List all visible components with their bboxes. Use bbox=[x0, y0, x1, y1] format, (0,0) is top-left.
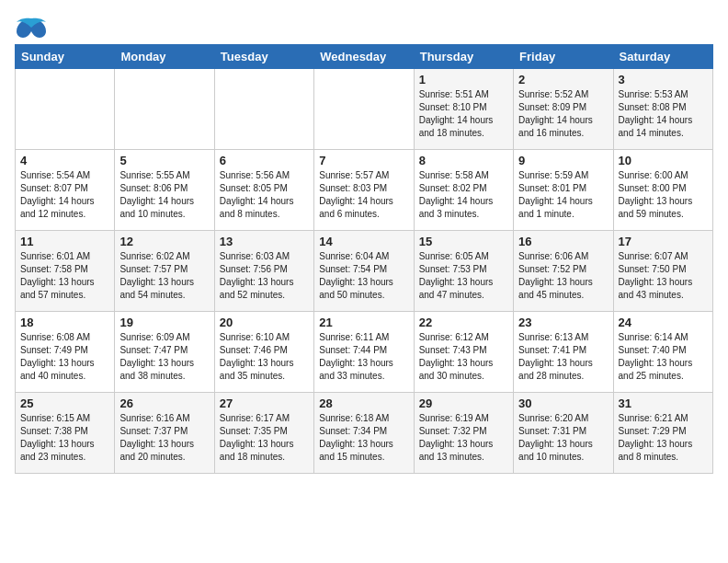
day-cell bbox=[16, 69, 115, 150]
day-number: 20 bbox=[220, 316, 309, 329]
day-number: 8 bbox=[419, 154, 508, 167]
day-cell: 24Sunrise: 6:14 AM Sunset: 7:40 PM Dayli… bbox=[613, 312, 712, 393]
day-number: 11 bbox=[20, 235, 109, 248]
day-info: Sunrise: 5:59 AM Sunset: 8:01 PM Dayligh… bbox=[518, 169, 608, 221]
day-cell: 18Sunrise: 6:08 AM Sunset: 7:49 PM Dayli… bbox=[16, 312, 115, 393]
day-cell: 14Sunrise: 6:04 AM Sunset: 7:54 PM Dayli… bbox=[314, 231, 414, 312]
day-info: Sunrise: 6:20 AM Sunset: 7:31 PM Dayligh… bbox=[518, 412, 608, 464]
day-info: Sunrise: 5:57 AM Sunset: 8:03 PM Dayligh… bbox=[319, 169, 408, 221]
day-cell: 1Sunrise: 5:51 AM Sunset: 8:10 PM Daylig… bbox=[414, 69, 513, 150]
weekday-monday: Monday bbox=[115, 45, 214, 69]
day-cell: 15Sunrise: 6:05 AM Sunset: 7:53 PM Dayli… bbox=[414, 231, 513, 312]
day-number: 9 bbox=[518, 154, 608, 167]
weekday-sunday: Sunday bbox=[16, 45, 115, 69]
day-info: Sunrise: 5:56 AM Sunset: 8:05 PM Dayligh… bbox=[220, 169, 309, 221]
day-info: Sunrise: 6:17 AM Sunset: 7:35 PM Dayligh… bbox=[220, 412, 309, 464]
day-info: Sunrise: 6:11 AM Sunset: 7:44 PM Dayligh… bbox=[319, 331, 408, 383]
day-info: Sunrise: 5:51 AM Sunset: 8:10 PM Dayligh… bbox=[419, 88, 508, 140]
day-number: 6 bbox=[220, 154, 309, 167]
day-number: 21 bbox=[319, 316, 408, 329]
weekday-wednesday: Wednesday bbox=[314, 45, 414, 69]
day-info: Sunrise: 5:58 AM Sunset: 8:02 PM Dayligh… bbox=[419, 169, 508, 221]
day-number: 19 bbox=[119, 316, 209, 329]
day-info: Sunrise: 6:09 AM Sunset: 7:47 PM Dayligh… bbox=[119, 331, 209, 383]
day-info: Sunrise: 6:15 AM Sunset: 7:38 PM Dayligh… bbox=[20, 412, 109, 464]
weekday-header-row: SundayMondayTuesdayWednesdayThursdayFrid… bbox=[16, 45, 713, 69]
day-cell: 4Sunrise: 5:54 AM Sunset: 8:07 PM Daylig… bbox=[16, 150, 115, 231]
day-number: 1 bbox=[419, 73, 508, 86]
day-info: Sunrise: 6:00 AM Sunset: 8:00 PM Dayligh… bbox=[619, 169, 708, 221]
day-info: Sunrise: 5:53 AM Sunset: 8:08 PM Dayligh… bbox=[619, 88, 708, 140]
day-number: 15 bbox=[419, 235, 508, 248]
day-info: Sunrise: 6:16 AM Sunset: 7:37 PM Dayligh… bbox=[119, 412, 209, 464]
day-cell: 12Sunrise: 6:02 AM Sunset: 7:57 PM Dayli… bbox=[115, 231, 214, 312]
day-cell: 21Sunrise: 6:11 AM Sunset: 7:44 PM Dayli… bbox=[314, 312, 414, 393]
day-number: 29 bbox=[419, 396, 508, 410]
day-cell: 23Sunrise: 6:13 AM Sunset: 7:41 PM Dayli… bbox=[514, 312, 613, 393]
day-info: Sunrise: 6:13 AM Sunset: 7:41 PM Dayligh… bbox=[518, 331, 608, 383]
day-cell bbox=[115, 69, 214, 150]
day-number: 14 bbox=[319, 235, 408, 248]
weekday-tuesday: Tuesday bbox=[214, 45, 313, 69]
day-number: 25 bbox=[20, 396, 109, 410]
week-row-5: 25Sunrise: 6:15 AM Sunset: 7:38 PM Dayli… bbox=[16, 393, 713, 474]
page-header bbox=[15, 15, 713, 40]
day-number: 24 bbox=[619, 316, 708, 329]
day-number: 5 bbox=[119, 154, 209, 167]
day-info: Sunrise: 5:52 AM Sunset: 8:09 PM Dayligh… bbox=[518, 88, 608, 140]
day-cell: 2Sunrise: 5:52 AM Sunset: 8:09 PM Daylig… bbox=[514, 69, 613, 150]
day-cell: 22Sunrise: 6:12 AM Sunset: 7:43 PM Dayli… bbox=[414, 312, 513, 393]
day-cell: 28Sunrise: 6:18 AM Sunset: 7:34 PM Dayli… bbox=[314, 393, 414, 474]
day-number: 28 bbox=[319, 396, 408, 410]
day-cell: 31Sunrise: 6:21 AM Sunset: 7:29 PM Dayli… bbox=[613, 393, 712, 474]
day-info: Sunrise: 6:19 AM Sunset: 7:32 PM Dayligh… bbox=[419, 412, 508, 464]
day-cell: 17Sunrise: 6:07 AM Sunset: 7:50 PM Dayli… bbox=[613, 231, 712, 312]
day-number: 12 bbox=[119, 235, 209, 248]
calendar-table: SundayMondayTuesdayWednesdayThursdayFrid… bbox=[15, 44, 713, 474]
calendar-body: 1Sunrise: 5:51 AM Sunset: 8:10 PM Daylig… bbox=[16, 69, 713, 474]
day-info: Sunrise: 6:02 AM Sunset: 7:57 PM Dayligh… bbox=[119, 250, 209, 302]
logo-icon bbox=[15, 15, 48, 40]
week-row-2: 4Sunrise: 5:54 AM Sunset: 8:07 PM Daylig… bbox=[16, 150, 713, 231]
day-cell: 7Sunrise: 5:57 AM Sunset: 8:03 PM Daylig… bbox=[314, 150, 414, 231]
day-info: Sunrise: 6:08 AM Sunset: 7:49 PM Dayligh… bbox=[20, 331, 109, 383]
day-cell: 16Sunrise: 6:06 AM Sunset: 7:52 PM Dayli… bbox=[514, 231, 613, 312]
logo bbox=[15, 15, 51, 40]
day-info: Sunrise: 6:14 AM Sunset: 7:40 PM Dayligh… bbox=[619, 331, 708, 383]
day-cell: 3Sunrise: 5:53 AM Sunset: 8:08 PM Daylig… bbox=[613, 69, 712, 150]
day-info: Sunrise: 6:07 AM Sunset: 7:50 PM Dayligh… bbox=[619, 250, 708, 302]
day-cell: 20Sunrise: 6:10 AM Sunset: 7:46 PM Dayli… bbox=[214, 312, 313, 393]
day-number: 18 bbox=[20, 316, 109, 329]
week-row-3: 11Sunrise: 6:01 AM Sunset: 7:58 PM Dayli… bbox=[16, 231, 713, 312]
day-info: Sunrise: 6:18 AM Sunset: 7:34 PM Dayligh… bbox=[319, 412, 408, 464]
day-number: 4 bbox=[20, 154, 109, 167]
day-number: 2 bbox=[518, 73, 608, 86]
day-cell: 8Sunrise: 5:58 AM Sunset: 8:02 PM Daylig… bbox=[414, 150, 513, 231]
weekday-thursday: Thursday bbox=[414, 45, 513, 69]
week-row-4: 18Sunrise: 6:08 AM Sunset: 7:49 PM Dayli… bbox=[16, 312, 713, 393]
day-cell: 27Sunrise: 6:17 AM Sunset: 7:35 PM Dayli… bbox=[214, 393, 313, 474]
day-cell: 19Sunrise: 6:09 AM Sunset: 7:47 PM Dayli… bbox=[115, 312, 214, 393]
week-row-1: 1Sunrise: 5:51 AM Sunset: 8:10 PM Daylig… bbox=[16, 69, 713, 150]
day-cell: 9Sunrise: 5:59 AM Sunset: 8:01 PM Daylig… bbox=[514, 150, 613, 231]
day-info: Sunrise: 6:04 AM Sunset: 7:54 PM Dayligh… bbox=[319, 250, 408, 302]
day-info: Sunrise: 6:01 AM Sunset: 7:58 PM Dayligh… bbox=[20, 250, 109, 302]
calendar-header: SundayMondayTuesdayWednesdayThursdayFrid… bbox=[16, 45, 713, 69]
day-info: Sunrise: 5:54 AM Sunset: 8:07 PM Dayligh… bbox=[20, 169, 109, 221]
day-cell bbox=[214, 69, 313, 150]
day-cell: 5Sunrise: 5:55 AM Sunset: 8:06 PM Daylig… bbox=[115, 150, 214, 231]
day-number: 7 bbox=[319, 154, 408, 167]
day-number: 22 bbox=[419, 316, 508, 329]
weekday-saturday: Saturday bbox=[613, 45, 712, 69]
day-info: Sunrise: 6:10 AM Sunset: 7:46 PM Dayligh… bbox=[220, 331, 309, 383]
day-number: 23 bbox=[518, 316, 608, 329]
day-info: Sunrise: 5:55 AM Sunset: 8:06 PM Dayligh… bbox=[119, 169, 209, 221]
day-number: 3 bbox=[619, 73, 708, 86]
day-info: Sunrise: 6:21 AM Sunset: 7:29 PM Dayligh… bbox=[619, 412, 708, 464]
day-number: 16 bbox=[518, 235, 608, 248]
day-number: 31 bbox=[619, 396, 708, 410]
day-number: 13 bbox=[220, 235, 309, 248]
day-number: 10 bbox=[619, 154, 708, 167]
day-cell: 25Sunrise: 6:15 AM Sunset: 7:38 PM Dayli… bbox=[16, 393, 115, 474]
day-info: Sunrise: 6:03 AM Sunset: 7:56 PM Dayligh… bbox=[220, 250, 309, 302]
